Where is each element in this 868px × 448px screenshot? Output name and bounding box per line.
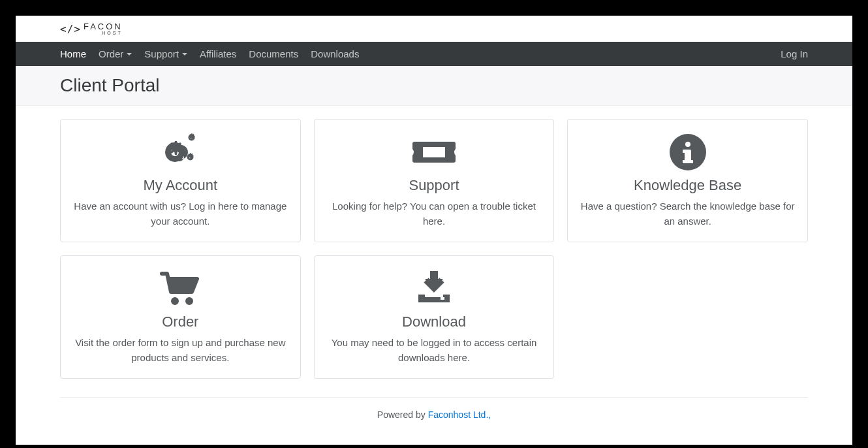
header: </> FACON HOST xyxy=(16,16,852,42)
card-title: Support xyxy=(326,177,542,194)
nav-order-label: Order xyxy=(99,48,123,59)
card-desc: Visit the order form to sign up and purc… xyxy=(72,336,288,365)
card-my-account[interactable]: My Account Have an account with us? Log … xyxy=(60,119,301,242)
card-title: Order xyxy=(72,313,288,330)
nav-affiliates[interactable]: Affiliates xyxy=(200,48,236,59)
logo-sub-text: HOST xyxy=(84,31,123,35)
card-desc: Have a question? Search the knowledge ba… xyxy=(580,199,796,229)
chevron-down-icon xyxy=(182,53,187,56)
nav-support-label: Support xyxy=(144,48,179,59)
nav-documents[interactable]: Documents xyxy=(249,48,298,59)
nav-support[interactable]: Support xyxy=(144,48,187,59)
logo-main-text: FACON xyxy=(84,22,123,31)
footer-link[interactable]: Faconhost Ltd., xyxy=(428,409,491,420)
card-order[interactable]: Order Visit the order form to sign up an… xyxy=(60,255,301,379)
card-download[interactable]: Download You may need to be logged in to… xyxy=(314,255,555,379)
card-desc: Have an account with us? Log in here to … xyxy=(72,199,288,229)
card-title: Download xyxy=(326,313,542,330)
svg-point-12 xyxy=(171,297,179,305)
content: My Account Have an account with us? Log … xyxy=(16,106,852,445)
footer-prefix: Powered by xyxy=(377,409,428,420)
footer: Powered by Faconhost Ltd., xyxy=(60,397,808,432)
svg-rect-11 xyxy=(683,160,693,163)
card-support[interactable]: Support Looking for help? You can open a… xyxy=(314,119,555,242)
card-title: My Account xyxy=(72,177,288,194)
svg-point-8 xyxy=(685,142,690,147)
svg-rect-6 xyxy=(423,147,445,157)
nav-login[interactable]: Log In xyxy=(781,48,808,59)
chevron-down-icon xyxy=(127,53,132,56)
card-desc: Looking for help? You can open a trouble… xyxy=(326,199,542,229)
card-desc: You may need to be logged in to access c… xyxy=(326,336,542,365)
nav-order[interactable]: Order xyxy=(99,48,132,59)
svg-rect-14 xyxy=(441,297,444,300)
nav-home[interactable]: Home xyxy=(60,48,86,59)
ticket-icon xyxy=(326,133,542,172)
svg-rect-10 xyxy=(683,150,688,153)
card-knowledge-base[interactable]: Knowledge Base Have a question? Search t… xyxy=(567,119,808,242)
cart-icon xyxy=(72,269,288,308)
logo[interactable]: </> FACON HOST xyxy=(60,22,837,35)
logo-code-icon: </> xyxy=(60,23,81,35)
page-title: Client Portal xyxy=(60,75,808,96)
card-title: Knowledge Base xyxy=(580,177,796,194)
info-icon xyxy=(580,133,796,172)
gears-icon xyxy=(72,133,288,172)
nav-downloads[interactable]: Downloads xyxy=(311,48,359,59)
page-title-bar: Client Portal xyxy=(16,66,852,106)
download-icon xyxy=(326,269,542,308)
svg-point-13 xyxy=(185,297,193,305)
navbar: Home Order Support Affiliates Documents … xyxy=(16,42,852,66)
